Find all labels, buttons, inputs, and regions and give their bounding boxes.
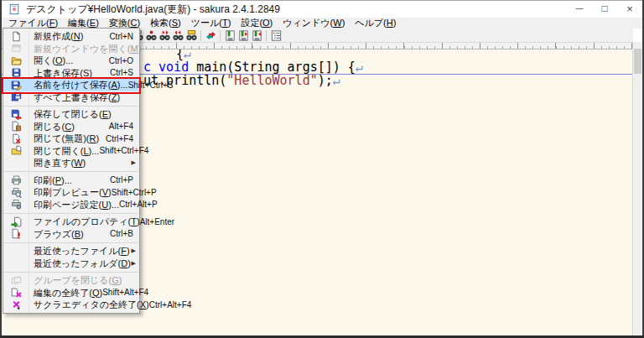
window-border-top — [0, 0, 644, 1]
toolbar-outline-icon[interactable] — [270, 29, 283, 42]
file-menu-item-browse[interactable]: ブラウズ(B)Ctrl+B — [3, 228, 139, 241]
toolbar-search-prev-icon[interactable] — [172, 29, 184, 42]
maximize-button[interactable]: □ — [592, 1, 617, 18]
window-controls: ─ □ × — [567, 1, 642, 18]
save-close-icon — [3, 109, 29, 120]
toolbar-search-icon[interactable] — [145, 29, 158, 42]
title-bar: デスクトップ¥HelloWorld.java(更新) - sakura 2.4.… — [2, 1, 642, 18]
file-menu-item-reopen[interactable]: 開き直す(W)▶ — [3, 157, 139, 169]
menu-separator — [4, 242, 138, 243]
print-setup-icon — [3, 199, 29, 210]
submenu-arrow-icon: ▶ — [132, 257, 136, 270]
app-icon — [8, 3, 20, 15]
browse-icon — [3, 228, 29, 239]
scrollbar-thumb[interactable] — [634, 49, 641, 74]
close-doc-icon — [3, 121, 29, 132]
file-menu-item-recent-files[interactable]: 最近使ったファイル(F)▶ — [3, 245, 139, 257]
menubar-item[interactable]: 設定(O) — [236, 18, 278, 29]
toolbar-grep-icon[interactable] — [185, 29, 198, 42]
close-untitled-icon — [3, 133, 29, 144]
file-menu-item-close-group[interactable]: グループを閉じる(G) — [3, 274, 139, 287]
toolbar-jump-icon[interactable] — [205, 29, 217, 42]
print-preview-icon — [3, 187, 29, 198]
window-title: デスクトップ¥HelloWorld.java(更新) - sakura 2.4.… — [26, 1, 280, 18]
vertical-scrollbar[interactable] — [632, 42, 642, 335]
menu-separator — [4, 272, 138, 273]
file-menu-item-recent-folders[interactable]: 最近使ったフォルダ(D)▶ — [3, 257, 139, 270]
file-menu-item-exit-all-editors[interactable]: 編集の全終了(Q)Shift+Alt+F4 — [3, 287, 139, 299]
file-menu-item-print-preview[interactable]: 印刷プレビュー(V)Shift+Ctrl+P — [3, 186, 139, 199]
open-folder-icon — [3, 55, 29, 66]
toolbar-bookmark-next-icon[interactable] — [237, 29, 250, 42]
print-icon — [3, 174, 29, 185]
file-menu-item-print-page-setup[interactable]: 印刷ページ設定(U)...Ctrl+Alt+P — [3, 199, 139, 211]
close-button[interactable]: × — [617, 1, 642, 18]
submenu-arrow-icon: ▶ — [132, 245, 136, 257]
file-menu-item-open[interactable]: 開く(O)...Ctrl+O — [3, 55, 139, 67]
file-menu-item-close-and-open[interactable]: 閉じて開く(L)...Shift+Ctrl+F4 — [3, 145, 139, 158]
menubar-item[interactable]: ヘルプ(H) — [350, 18, 401, 29]
toolbar-separator — [220, 30, 221, 41]
toolbar-icons — [137, 29, 283, 42]
new-file-icon — [3, 31, 29, 42]
submenu-arrow-icon: ▶ — [132, 157, 136, 169]
file-menu-item-new-file[interactable]: 新規作成(N)Ctrl+N — [3, 30, 139, 43]
close-group-icon — [3, 275, 29, 286]
file-menu-dropdown: 新規作成(N)Ctrl+N新規ウインドウを開く(M)開く(O)...Ctrl+O… — [3, 28, 140, 314]
toolbar-bookmark-set-icon[interactable] — [224, 29, 236, 42]
new-window-icon — [3, 43, 29, 54]
menu-separator — [4, 213, 138, 214]
file-menu-item-close-untitled[interactable]: 閉じて(無題)(R)Ctrl+F4 — [3, 133, 139, 145]
file-menu-item-print[interactable]: 印刷(P)...Ctrl+P — [3, 174, 139, 187]
menu-separator — [4, 106, 138, 107]
file-menu-item-close[interactable]: 閉じる(C)Alt+F4 — [3, 121, 139, 133]
file-menu-item-file-properties[interactable]: ファイルのプロパティ(T)Alt+Enter — [3, 216, 139, 228]
menubar-item[interactable]: ツール(T) — [186, 18, 236, 29]
minimize-button[interactable]: ─ — [567, 1, 592, 18]
app-window: デスクトップ¥HelloWorld.java(更新) - sakura 2.4.… — [0, 0, 644, 338]
toolbar-separator — [200, 30, 201, 41]
exit-app-icon — [3, 299, 29, 310]
close-open-icon — [3, 145, 29, 156]
menu-separator — [4, 171, 138, 172]
file-menu-item-new-window[interactable]: 新規ウインドウを開く(M) — [3, 43, 139, 55]
file-menu-item-exit-sakura[interactable]: サクラエディタの全終了(X)Ctrl+Alt+F4 — [3, 299, 139, 311]
menubar-item[interactable]: ウィンドウ(W) — [278, 18, 350, 29]
menubar-item[interactable]: 検索(S) — [145, 18, 186, 29]
annotation-highlight-box — [2, 77, 141, 94]
exit-edit-icon — [3, 287, 29, 298]
file-menu-item-save-and-close[interactable]: 保存して閉じる(E) — [3, 108, 139, 121]
file-props-icon — [3, 216, 29, 227]
toolbar-separator — [266, 30, 267, 41]
window-border-left — [0, 0, 2, 338]
toolbar-bookmark-prev-icon[interactable] — [251, 29, 263, 42]
toolbar-search-next-icon[interactable] — [158, 29, 171, 42]
